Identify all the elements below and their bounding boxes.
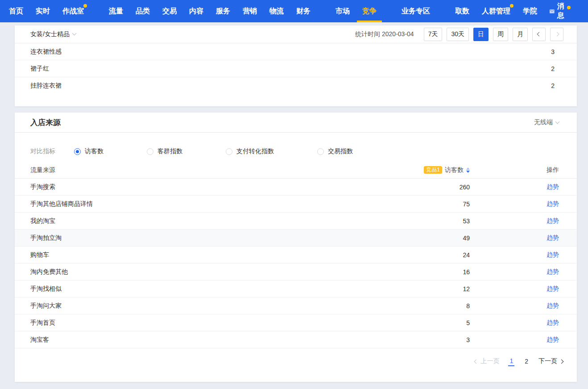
nav-item-academy[interactable]: 学院 bbox=[523, 0, 537, 22]
visitor-count: 3 bbox=[416, 336, 470, 343]
keyword-row: 裙子红 2 bbox=[15, 60, 577, 77]
visitor-count: 16 bbox=[416, 268, 470, 276]
trend-link[interactable]: 趋势 bbox=[547, 217, 559, 224]
notification-dot bbox=[83, 4, 87, 8]
nav-item-finance[interactable]: 财务 bbox=[296, 0, 311, 22]
table-row: 手淘问大家 8 趋势 bbox=[15, 297, 577, 314]
nav-item-traffic[interactable]: 流量 bbox=[109, 0, 123, 22]
keyword-row: 连衣裙性感 3 bbox=[15, 43, 577, 60]
nav-item-trade[interactable]: 交易 bbox=[162, 0, 177, 22]
table-row: 淘宝客 3 趋势 bbox=[15, 331, 577, 348]
visitor-count: 24 bbox=[416, 251, 470, 259]
notification-dot bbox=[567, 6, 571, 9]
metric-radio-crowd-index[interactable]: 客群指数 bbox=[147, 147, 182, 155]
trend-link[interactable]: 趋势 bbox=[547, 319, 559, 326]
trend-link[interactable]: 趋势 bbox=[547, 268, 559, 275]
keyword-value: 2 bbox=[551, 65, 555, 72]
trend-link[interactable]: 趋势 bbox=[547, 183, 559, 190]
traffic-source-name: 手淘首页 bbox=[30, 319, 416, 327]
keyword-card: 女装/女士精品 统计时间 2020-03-04 7天 30天 日 周 月 连衣裙… bbox=[15, 25, 577, 106]
nav-item-business-zone[interactable]: 业务专区 bbox=[402, 0, 430, 22]
range-week-button[interactable]: 周 bbox=[493, 28, 508, 41]
range-7d-button[interactable]: 7天 bbox=[424, 28, 443, 41]
trend-link[interactable]: 趋势 bbox=[547, 336, 559, 343]
nav-item-content[interactable]: 内容 bbox=[189, 0, 203, 22]
trend-link[interactable]: 趋势 bbox=[547, 251, 559, 258]
radio-icon bbox=[147, 148, 153, 155]
traffic-source-name: 淘内免费其他 bbox=[30, 268, 416, 276]
page-1-button[interactable]: 1 bbox=[508, 356, 514, 366]
nav-item-realtime[interactable]: 实时 bbox=[36, 0, 50, 22]
prev-page-button[interactable]: 上一页 bbox=[475, 357, 499, 365]
keyword-name: 连衣裙性感 bbox=[30, 48, 551, 56]
traffic-source-name: 手淘找相似 bbox=[30, 285, 416, 293]
notification-dot bbox=[510, 4, 513, 8]
keyword-name: 裙子红 bbox=[30, 65, 551, 73]
competitor-badge: 竞品1 bbox=[424, 166, 442, 174]
source-column-header: 流量来源 bbox=[30, 166, 416, 174]
pagination: 上一页 1 2 下一页 bbox=[15, 348, 577, 366]
next-page-button[interactable]: 下一页 bbox=[538, 357, 563, 365]
chevron-down-icon bbox=[555, 119, 560, 124]
chevron-left-icon bbox=[474, 359, 479, 364]
table-row: 手淘搜索 260 趋势 bbox=[15, 179, 577, 196]
visitor-count: 75 bbox=[416, 201, 470, 208]
trend-link[interactable]: 趋势 bbox=[547, 234, 559, 241]
traffic-source-name: 手淘问大家 bbox=[30, 302, 416, 310]
trend-link[interactable]: 趋势 bbox=[547, 285, 559, 292]
keyword-value: 2 bbox=[551, 82, 555, 89]
visitor-count: 5 bbox=[416, 319, 470, 326]
table-row: 手淘找相似 12 趋势 bbox=[15, 280, 577, 297]
range-30d-button[interactable]: 30天 bbox=[447, 28, 469, 41]
visitor-count: 49 bbox=[416, 234, 470, 242]
radio-icon bbox=[226, 148, 232, 155]
metric-radio-visitors[interactable]: 访客数 bbox=[74, 147, 104, 155]
table-row: 我的淘宝 53 趋势 bbox=[15, 213, 577, 230]
traffic-source-table: 流量来源 竞品1 访客数 操作 手淘搜索 260 趋势 手淘其他店铺商品详情 7… bbox=[15, 162, 577, 348]
visitor-count: 53 bbox=[416, 218, 470, 225]
nav-item-market[interactable]: 市场 bbox=[335, 0, 350, 22]
sort-icon[interactable] bbox=[466, 167, 470, 173]
table-row: 淘内免费其他 16 趋势 bbox=[15, 264, 577, 280]
nav-item-home[interactable]: 首页 bbox=[9, 0, 23, 22]
chevron-right-icon bbox=[555, 32, 559, 37]
metric-column-header: 访客数 bbox=[445, 166, 464, 174]
nav-item-crowd-management[interactable]: 人群管理 bbox=[482, 0, 510, 22]
trend-link[interactable]: 趋势 bbox=[547, 302, 559, 309]
page-2-button[interactable]: 2 bbox=[523, 357, 530, 366]
traffic-source-name: 手淘其他店铺商品详情 bbox=[30, 200, 416, 208]
range-day-button[interactable]: 日 bbox=[473, 28, 489, 41]
date-next-button[interactable] bbox=[550, 28, 563, 41]
messages-button[interactable]: 消息 bbox=[550, 2, 567, 21]
range-month-button[interactable]: 月 bbox=[513, 28, 528, 41]
trend-link[interactable]: 趋势 bbox=[547, 200, 559, 207]
table-row: 购物车 24 趋势 bbox=[15, 247, 577, 264]
terminal-selector[interactable]: 无线端 bbox=[534, 118, 559, 126]
table-row: 手淘拍立淘 49 趋势 bbox=[15, 230, 577, 247]
visitor-count: 8 bbox=[416, 302, 470, 310]
metric-radio-payment-conversion[interactable]: 支付转化指数 bbox=[226, 147, 274, 155]
metric-radio-trade-index[interactable]: 交易指数 bbox=[317, 147, 353, 155]
chevron-down-icon bbox=[72, 31, 76, 36]
visitor-count: 260 bbox=[416, 184, 470, 191]
table-row: 手淘其他店铺商品详情 75 趋势 bbox=[15, 196, 577, 213]
keyword-row: 挂脖连衣裙 2 bbox=[15, 77, 577, 94]
nav-item-data-extract[interactable]: 取数 bbox=[455, 0, 469, 22]
nav-item-category[interactable]: 品类 bbox=[136, 0, 150, 22]
chevron-right-icon bbox=[559, 359, 564, 364]
table-row: 手淘首页 5 趋势 bbox=[15, 314, 577, 331]
radio-icon bbox=[317, 148, 324, 155]
nav-item-service[interactable]: 服务 bbox=[216, 0, 230, 22]
traffic-source-name: 我的淘宝 bbox=[30, 217, 416, 225]
traffic-source-name: 手淘搜索 bbox=[30, 183, 416, 191]
nav-item-war-room[interactable]: 作战室 bbox=[62, 0, 84, 22]
metric-radio-group: 对比指标 访客数 客群指数 支付转化指数 交易指数 bbox=[15, 133, 577, 155]
keyword-value: 3 bbox=[551, 48, 555, 55]
radio-selected-icon bbox=[74, 148, 81, 155]
nav-item-competition[interactable]: 竞争 bbox=[362, 0, 377, 22]
date-prev-button[interactable] bbox=[532, 28, 546, 41]
nav-item-marketing[interactable]: 营销 bbox=[243, 0, 257, 22]
nav-item-logistics[interactable]: 物流 bbox=[269, 0, 284, 22]
traffic-source-name: 手淘拍立淘 bbox=[30, 234, 416, 242]
category-selector[interactable]: 女装/女士精品 bbox=[30, 30, 76, 38]
